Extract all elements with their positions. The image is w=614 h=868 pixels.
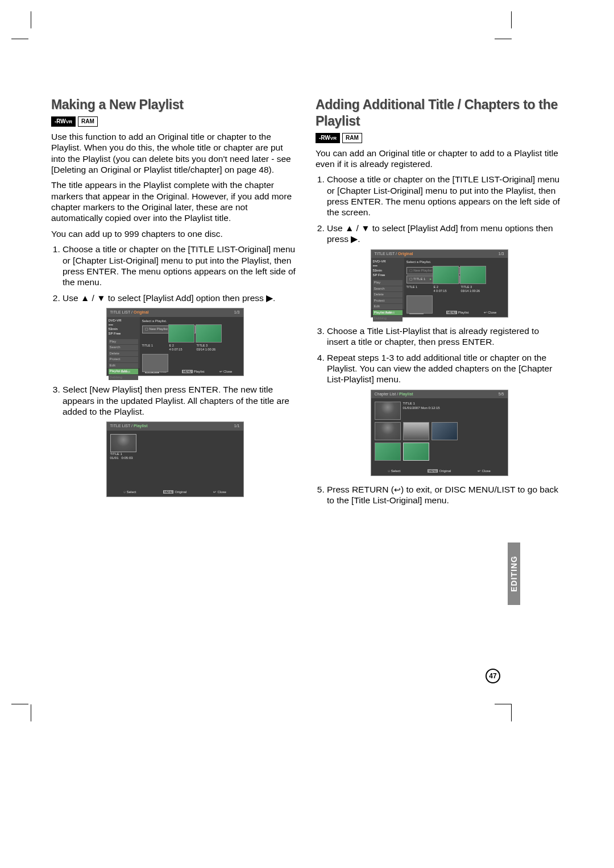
paragraph: The title appears in the Playlist comple… — [51, 180, 298, 224]
disc-type-badges: -RWVR RAM — [316, 133, 563, 143]
badge-rwvr: -RWVR — [51, 116, 76, 127]
paragraph: You can add an Original title or chapter… — [316, 148, 563, 170]
crop-mark — [495, 704, 512, 704]
ui-screenshot-title-list-original: TITLE LIST / Original 1/3 DVD-VR━━53minS… — [106, 308, 244, 376]
down-icon — [97, 293, 105, 303]
crop-mark — [511, 704, 512, 721]
steps-list: Choose a Title List-Playlist that is alr… — [316, 326, 563, 385]
page-number: 47 — [486, 669, 500, 683]
badge-ram: RAM — [78, 116, 98, 127]
crop-mark — [11, 704, 28, 704]
step-item: Select [New Playlist] then press ENTER. … — [63, 384, 298, 417]
crop-mark — [31, 11, 31, 28]
paragraph: You can add up to 999 chapters to one di… — [51, 228, 298, 239]
crop-mark — [11, 39, 28, 39]
ui-screenshot-chapter-list-playlist: Chapter List / Playlist 5/5 TITLE 101/01… — [371, 390, 508, 476]
steps-list: Press RETURN () to exit, or DISC MENU/LI… — [316, 484, 563, 506]
steps-list: Select [New Playlist] then press ENTER. … — [51, 384, 298, 417]
crop-mark — [31, 704, 31, 721]
step-item: Choose a title or chapter on the [TITLE … — [63, 244, 298, 288]
ui-screenshot-title-list-playlist: TITLE LIST / Playlist 1/1 TITLE 101/01 0… — [106, 422, 244, 496]
disc-type-badges: -RWVR RAM — [51, 116, 298, 127]
badge-rwvr: -RWVR — [316, 133, 340, 143]
up-icon — [81, 293, 89, 303]
paragraph: Use this function to add an Original tit… — [51, 131, 298, 176]
steps-list: Choose a title or chapter on the [TITLE … — [316, 174, 563, 244]
step-item: Use / to select [Playlist Add] from menu… — [327, 223, 563, 245]
steps-list: Choose a title or chapter on the [TITLE … — [51, 244, 298, 303]
crop-mark — [495, 39, 512, 39]
ui-screenshot-title-list-original-add: TITLE LIST / Original 1/3 DVD-VR━━53minS… — [371, 249, 508, 318]
heading-adding-title: Adding Additional Title / Chapters to th… — [316, 97, 563, 130]
step-item: Choose a title or chapter on the [TITLE … — [327, 174, 563, 218]
crop-mark — [511, 11, 512, 28]
section-tab-editing: EDITING — [508, 542, 520, 605]
badge-ram: RAM — [342, 133, 362, 143]
right-icon — [266, 293, 273, 303]
right-column: Adding Additional Title / Chapters to th… — [316, 97, 563, 511]
up-icon — [345, 223, 354, 233]
step-item: Repeat steps 1-3 to add additional title… — [327, 352, 563, 385]
down-icon — [361, 223, 370, 233]
left-column: Making a New Playlist -RWVR RAM Use this… — [51, 97, 298, 511]
step-item: Use / to select [Playlist Add] option th… — [63, 293, 298, 303]
heading-making-playlist: Making a New Playlist — [51, 97, 298, 113]
return-icon — [394, 485, 401, 494]
step-item: Choose a Title List-Playlist that is alr… — [327, 326, 563, 348]
step-item: Press RETURN () to exit, or DISC MENU/LI… — [327, 484, 563, 506]
right-icon — [351, 234, 358, 244]
